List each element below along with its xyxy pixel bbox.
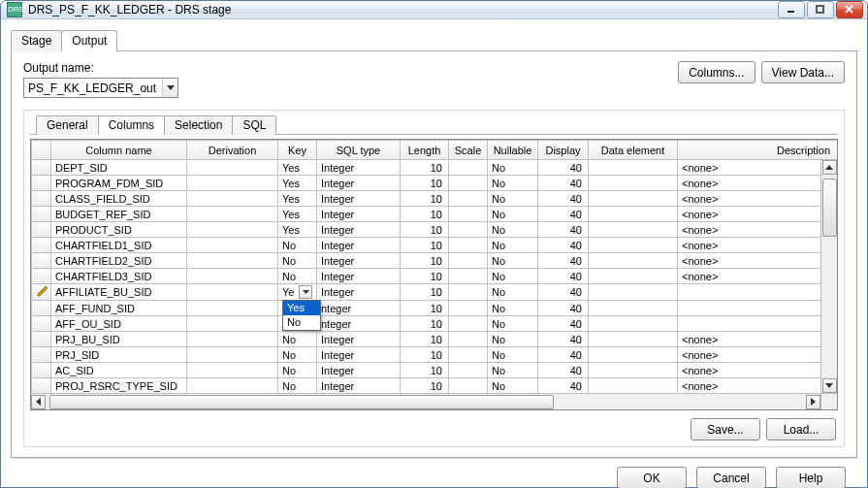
row-selector[interactable]: [32, 253, 51, 269]
grid-cell[interactable]: <none>: [678, 363, 839, 378]
grid-cell[interactable]: Integer: [317, 191, 401, 207]
grid-cell[interactable]: No: [278, 269, 317, 284]
grid-cell[interactable]: [187, 160, 278, 176]
grid-cell[interactable]: [449, 160, 488, 176]
grid-cell[interactable]: <none>: [678, 176, 839, 191]
chevron-down-icon[interactable]: [162, 79, 177, 97]
grid-cell[interactable]: 40: [538, 238, 589, 253]
inner-tab-selection[interactable]: Selection: [164, 115, 233, 135]
grid-cell[interactable]: 40: [538, 222, 589, 238]
grid-cell[interactable]: [187, 378, 278, 394]
grid-cell[interactable]: [187, 207, 278, 222]
vertical-scrollbar[interactable]: [820, 160, 837, 393]
row-selector[interactable]: [32, 378, 51, 394]
grid-cell[interactable]: No: [488, 222, 538, 238]
grid-cell[interactable]: [449, 176, 488, 191]
grid-cell[interactable]: [187, 176, 278, 191]
ok-button[interactable]: OK: [617, 467, 687, 488]
grid-cell[interactable]: PROGRAM_FDM_SID: [51, 176, 187, 191]
scroll-thumb-vertical[interactable]: [822, 179, 837, 237]
grid-cell[interactable]: No: [488, 160, 538, 176]
grid-cell[interactable]: PRJ_SID: [51, 347, 187, 363]
grid-cell[interactable]: Yes: [278, 176, 317, 191]
row-selector[interactable]: [32, 176, 51, 191]
grid-cell[interactable]: Integer: [317, 222, 401, 238]
grid-cell[interactable]: [449, 207, 488, 222]
grid-cell[interactable]: 40: [538, 347, 589, 363]
horizontal-scrollbar[interactable]: [31, 393, 820, 409]
grid-cell[interactable]: No: [278, 378, 317, 394]
table-row[interactable]: PRJ_BU_SIDNoInteger10No40<none>: [32, 332, 839, 347]
grid-header[interactable]: Scale: [449, 141, 488, 160]
grid-cell[interactable]: 40: [538, 191, 589, 207]
grid-cell[interactable]: CHARTFIELD1_SID: [51, 238, 187, 253]
grid-cell[interactable]: [449, 378, 488, 394]
maximize-button[interactable]: [807, 1, 834, 18]
grid-cell[interactable]: [187, 284, 278, 301]
grid-cell[interactable]: [187, 222, 278, 238]
row-selector[interactable]: [32, 191, 51, 207]
grid-cell[interactable]: <none>: [678, 347, 839, 363]
grid-cell[interactable]: CHARTFIELD3_SID: [51, 269, 187, 284]
row-selector[interactable]: [32, 301, 51, 316]
grid-cell[interactable]: 10: [401, 363, 449, 378]
grid-cell[interactable]: No: [488, 347, 538, 363]
chevron-down-icon[interactable]: [299, 285, 312, 299]
grid-header[interactable]: Nullable: [488, 141, 538, 160]
table-row[interactable]: CHARTFIELD2_SIDNoInteger10No40<none>: [32, 253, 839, 269]
outer-tab-stage[interactable]: Stage: [11, 30, 62, 51]
grid-cell[interactable]: [589, 160, 678, 176]
grid-cell[interactable]: AFF_FUND_SID: [51, 301, 187, 316]
grid-cell[interactable]: AFFILIATE_BU_SID: [51, 284, 187, 301]
table-row[interactable]: AFF_OU_SIDnteger10No40: [32, 316, 839, 332]
grid-header[interactable]: SQL type: [317, 141, 401, 160]
row-selector[interactable]: [32, 347, 51, 363]
dropdown-option[interactable]: Yes: [283, 301, 320, 315]
inner-tab-columns[interactable]: Columns: [98, 115, 165, 135]
grid-cell[interactable]: 10: [401, 222, 449, 238]
minimize-button[interactable]: [778, 1, 805, 18]
grid-cell[interactable]: [589, 253, 678, 269]
grid-header[interactable]: Length: [401, 141, 449, 160]
grid-cell[interactable]: [187, 191, 278, 207]
table-row[interactable]: CHARTFIELD3_SIDNoInteger10No40<none>: [32, 269, 839, 284]
row-selector[interactable]: [32, 363, 51, 378]
grid-cell[interactable]: [589, 191, 678, 207]
grid-cell[interactable]: [449, 332, 488, 347]
row-selector[interactable]: [32, 222, 51, 238]
grid-cell[interactable]: [589, 347, 678, 363]
grid-header[interactable]: Data element: [589, 141, 678, 160]
grid-cell[interactable]: 10: [401, 378, 449, 394]
grid-cell[interactable]: [678, 316, 839, 332]
grid-cell[interactable]: 10: [401, 176, 449, 191]
grid-cell[interactable]: [187, 316, 278, 332]
grid-cell[interactable]: [449, 222, 488, 238]
grid-cell[interactable]: No: [488, 269, 538, 284]
grid-cell[interactable]: 10: [401, 191, 449, 207]
grid-cell[interactable]: DEPT_SID: [51, 160, 187, 176]
grid-cell[interactable]: [589, 301, 678, 316]
grid-cell[interactable]: No: [488, 316, 538, 332]
grid-cell[interactable]: [589, 332, 678, 347]
grid-cell[interactable]: Integer: [317, 363, 401, 378]
grid-cell[interactable]: nteger: [317, 316, 401, 332]
grid-cell[interactable]: No: [278, 253, 317, 269]
grid-cell[interactable]: [449, 238, 488, 253]
grid-cell[interactable]: [187, 301, 278, 316]
grid-cell[interactable]: [589, 316, 678, 332]
grid-cell[interactable]: Yes: [278, 222, 317, 238]
key-dropdown[interactable]: YesNo: [282, 300, 321, 331]
grid-cell[interactable]: <none>: [678, 332, 839, 347]
grid-cell[interactable]: 10: [401, 316, 449, 332]
grid-cell[interactable]: No: [278, 347, 317, 363]
grid-header[interactable]: Key: [278, 141, 317, 160]
row-selector[interactable]: [32, 207, 51, 222]
titlebar[interactable]: DRS DRS_PS_F_KK_LEDGER - DRS stage: [1, 1, 867, 19]
grid-cell[interactable]: YeYesNo: [278, 284, 317, 301]
grid-cell[interactable]: No: [278, 238, 317, 253]
grid-header[interactable]: Column name: [51, 141, 187, 160]
grid-cell[interactable]: 40: [538, 207, 589, 222]
grid-cell[interactable]: No: [488, 284, 538, 301]
grid-header[interactable]: Description: [678, 141, 839, 160]
inner-tab-general[interactable]: General: [36, 115, 99, 135]
